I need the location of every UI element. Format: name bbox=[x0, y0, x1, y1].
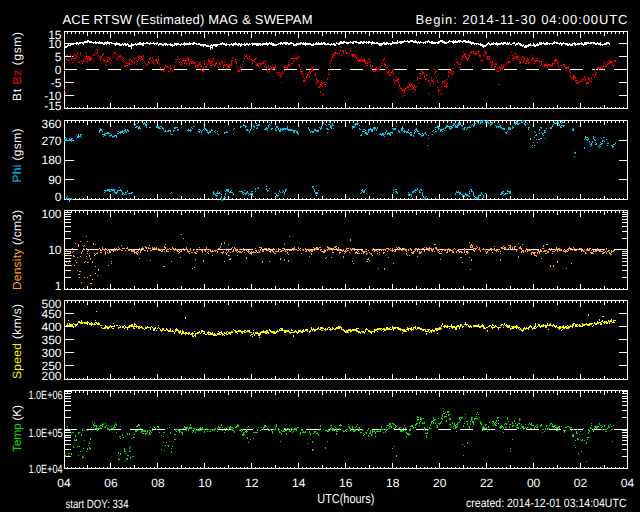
svg-text:08: 08 bbox=[151, 476, 165, 490]
svg-text:04: 04 bbox=[621, 476, 635, 490]
svg-text:10: 10 bbox=[198, 476, 212, 490]
svg-text:0: 0 bbox=[55, 63, 62, 77]
svg-text:1.0E+06: 1.0E+06 bbox=[29, 388, 63, 402]
svg-text:16: 16 bbox=[339, 476, 353, 490]
svg-text:1: 1 bbox=[55, 279, 62, 293]
svg-text:180: 180 bbox=[41, 153, 61, 167]
svg-text:500: 500 bbox=[41, 297, 61, 311]
svg-text:1.0E+05: 1.0E+05 bbox=[29, 426, 63, 440]
svg-text:22: 22 bbox=[480, 476, 494, 490]
svg-text:90: 90 bbox=[48, 173, 62, 187]
svg-text:10: 10 bbox=[48, 37, 62, 51]
svg-text:100: 100 bbox=[41, 207, 61, 221]
svg-text:UTC(hours): UTC(hours) bbox=[317, 491, 374, 506]
svg-text:02: 02 bbox=[574, 476, 588, 490]
svg-text:created: 2014-12-01 03:14:04UT: created: 2014-12-01 03:14:04UTC bbox=[466, 496, 627, 510]
svg-text:-15: -15 bbox=[44, 99, 62, 113]
svg-text:ACE RTSW (Estimated) MAG & SWE: ACE RTSW (Estimated) MAG & SWEPAM bbox=[63, 12, 313, 27]
svg-text:270: 270 bbox=[41, 134, 61, 148]
svg-text:5: 5 bbox=[55, 50, 62, 64]
svg-text:360: 360 bbox=[41, 117, 61, 131]
svg-text:Begin: 2014-11-30 04:00:00UTC: Begin: 2014-11-30 04:00:00UTC bbox=[416, 12, 628, 27]
svg-text:-5: -5 bbox=[51, 76, 62, 90]
svg-text:400: 400 bbox=[41, 320, 61, 334]
svg-text:12: 12 bbox=[245, 476, 259, 490]
svg-text:Temp (K): Temp (K) bbox=[10, 405, 24, 452]
svg-text:300: 300 bbox=[41, 346, 61, 360]
svg-text:250: 250 bbox=[41, 359, 61, 373]
svg-text:Phi (gsm): Phi (gsm) bbox=[10, 129, 24, 183]
svg-text:Speed (km/s): Speed (km/s) bbox=[10, 304, 24, 379]
svg-text:06: 06 bbox=[104, 476, 118, 490]
svg-text:10: 10 bbox=[48, 243, 62, 257]
svg-text:1.0E+04: 1.0E+04 bbox=[29, 462, 63, 476]
svg-text:14: 14 bbox=[292, 476, 306, 490]
svg-text:18: 18 bbox=[386, 476, 400, 490]
svg-text:04: 04 bbox=[57, 476, 71, 490]
svg-text:Density (/cm3): Density (/cm3) bbox=[10, 210, 24, 290]
svg-text:Bt Bz (gsm): Bt Bz (gsm) bbox=[10, 32, 24, 101]
svg-text:00: 00 bbox=[527, 476, 541, 490]
svg-text:20: 20 bbox=[433, 476, 447, 490]
svg-text:0: 0 bbox=[55, 190, 62, 204]
svg-text:start DOY: 334: start DOY: 334 bbox=[66, 497, 129, 511]
svg-text:350: 350 bbox=[41, 333, 61, 347]
